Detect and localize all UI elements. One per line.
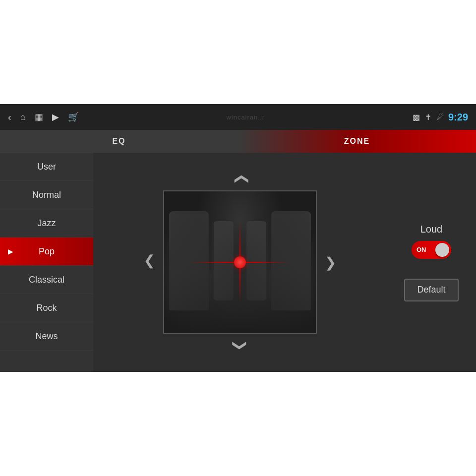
camera-icon[interactable]: ▶	[52, 112, 59, 122]
zone-up-button[interactable]: ❯	[232, 174, 248, 185]
bluetooth-icon: ✝	[425, 113, 431, 122]
loud-section: Loud ON	[412, 224, 451, 259]
zone-down-button[interactable]: ❯	[232, 340, 248, 351]
status-bar: ‹ ⌂ ▦ ▶ 🛒 wincairan.ir ▩ ✝ ☄ 9:29	[0, 104, 476, 130]
sidebar-item-user[interactable]: User	[0, 153, 93, 181]
bag-icon[interactable]: 🛒	[68, 112, 79, 122]
play-indicator-icon: ▶	[8, 247, 13, 255]
toggle-thumb	[435, 243, 449, 257]
time-display: 9:29	[448, 112, 468, 123]
home-icon[interactable]: ⌂	[20, 112, 26, 122]
zone-crosshair	[190, 223, 290, 302]
tab-bar: EQ ZONE	[0, 130, 476, 153]
sidebar-item-jazz[interactable]: Jazz	[0, 209, 93, 238]
zone-left-button[interactable]: ❯	[144, 254, 155, 271]
watermark-center: wincairan.ir	[79, 114, 413, 121]
cast-icon: ▩	[413, 113, 420, 122]
status-right: ▩ ✝ ☄ 9:29	[413, 112, 468, 123]
wifi-icon: ☄	[436, 113, 443, 122]
sidebar-item-pop[interactable]: ▶ Pop	[0, 238, 93, 266]
tab-zone[interactable]: ZONE	[238, 130, 476, 153]
zone-area: ❯ ❯	[93, 153, 387, 372]
car-interior-display[interactable]	[163, 190, 317, 334]
toggle-on-label: ON	[416, 246, 426, 253]
tab-eq[interactable]: EQ	[0, 130, 238, 153]
sidebar-item-rock[interactable]: Rock	[0, 294, 93, 322]
eq-sidebar: User Normal Jazz ▶ Pop Classical Rock	[0, 153, 93, 372]
sidebar-item-news[interactable]: News	[0, 322, 93, 351]
zone-row: ❯ ❯	[144, 190, 336, 334]
sidebar-item-normal[interactable]: Normal	[0, 181, 93, 209]
back-icon[interactable]: ‹	[8, 112, 11, 123]
default-button[interactable]: Default	[404, 279, 459, 301]
zone-right-button[interactable]: ❯	[325, 254, 336, 271]
main-content: User Normal Jazz ▶ Pop Classical Rock	[0, 153, 476, 372]
right-panel: Loud ON Default	[387, 153, 476, 372]
loud-toggle[interactable]: ON	[412, 241, 451, 259]
windows-icon[interactable]: ▦	[35, 112, 43, 122]
loud-label: Loud	[420, 224, 443, 235]
crosshair-dot	[234, 256, 246, 268]
sidebar-item-classical[interactable]: Classical	[0, 266, 93, 294]
nav-icons: ‹ ⌂ ▦ ▶ 🛒	[8, 112, 79, 123]
